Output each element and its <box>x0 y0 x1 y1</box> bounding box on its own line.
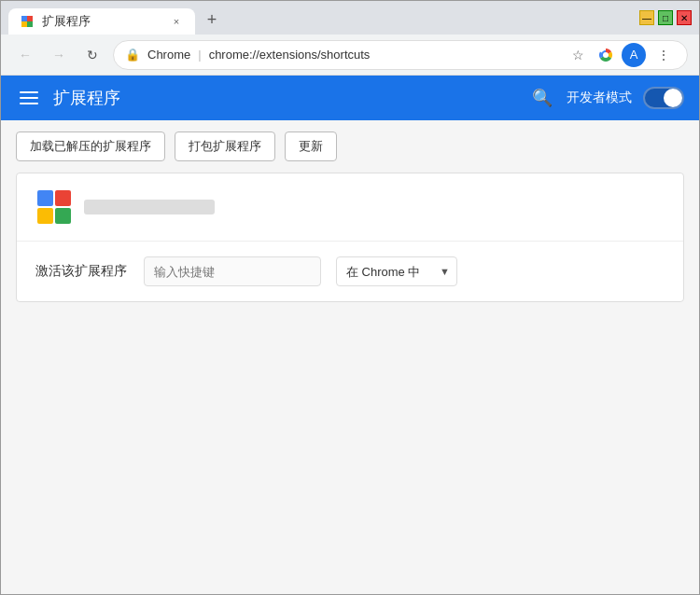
toolbar: 加载已解压的扩展程序 打包扩展程序 更新 <box>1 120 699 173</box>
address-bar: ← → ↻ 🔒 Chrome | chrome://extensions/sho… <box>1 35 699 76</box>
maximize-button[interactable]: □ <box>658 10 673 25</box>
scope-select-wrapper: 在 Chrome 中 全局 ▼ <box>336 256 457 286</box>
main-scroll-area: 激活该扩展程序 在 Chrome 中 全局 ▼ <box>1 173 699 594</box>
shortcut-input[interactable] <box>144 256 321 286</box>
url-separator: | <box>198 48 201 62</box>
extension-header: 扩展程序 🔍 开发者模式 <box>1 76 699 120</box>
new-tab-button[interactable]: + <box>199 7 225 33</box>
tabs-area: 扩展程序 × + <box>8 1 639 35</box>
svg-rect-1 <box>27 16 33 21</box>
active-tab[interactable]: 扩展程序 × <box>8 8 195 35</box>
hamburger-menu-button[interactable] <box>16 85 42 111</box>
chrome-app-icon[interactable] <box>595 45 616 65</box>
load-unpacked-button[interactable]: 加载已解压的扩展程序 <box>16 131 165 161</box>
svg-rect-2 <box>21 21 27 27</box>
svg-rect-9 <box>55 208 71 224</box>
reload-button[interactable]: ↻ <box>79 42 105 68</box>
url-chrome-label: Chrome <box>147 48 190 62</box>
hamburger-line-1 <box>20 91 38 93</box>
tab-close-button[interactable]: × <box>169 14 184 29</box>
toggle-knob <box>664 89 682 107</box>
page-title: 扩展程序 <box>53 87 518 109</box>
svg-rect-0 <box>21 16 27 21</box>
dev-mode-toggle[interactable] <box>643 87 684 109</box>
svg-rect-7 <box>55 190 71 206</box>
forward-button[interactable]: → <box>46 42 72 68</box>
svg-rect-6 <box>37 190 53 206</box>
svg-rect-8 <box>37 208 53 224</box>
close-button[interactable]: ✕ <box>677 10 692 25</box>
shortcut-label: 激活该扩展程序 <box>35 263 129 280</box>
tab-favicon-icon <box>20 14 35 29</box>
profile-button[interactable]: A <box>622 43 646 67</box>
dev-mode-label: 开发者模式 <box>567 90 632 106</box>
url-path: chrome://extensions/shortcuts <box>209 48 371 62</box>
menu-button[interactable]: ⋮ <box>651 43 676 67</box>
extension-icon <box>35 188 73 226</box>
title-bar: 扩展程序 × + — □ ✕ <box>1 1 699 35</box>
update-button[interactable]: 更新 <box>285 131 337 161</box>
extension-card-header <box>17 173 683 242</box>
url-bar[interactable]: 🔒 Chrome | chrome://extensions/shortcuts… <box>113 40 688 70</box>
svg-point-5 <box>603 52 609 58</box>
url-actions: ☆ A ⋮ <box>566 43 676 67</box>
scope-select[interactable]: 在 Chrome 中 全局 <box>336 256 457 286</box>
bookmark-icon[interactable]: ☆ <box>566 43 590 67</box>
tab-title: 扩展程序 <box>42 13 161 30</box>
search-button[interactable]: 🔍 <box>529 85 555 111</box>
content-area: 加载已解压的扩展程序 打包扩展程序 更新 激活该 <box>1 120 699 594</box>
pack-extension-button[interactable]: 打包扩展程序 <box>175 131 275 161</box>
extension-name-blurred <box>84 200 215 214</box>
window-controls: — □ ✕ <box>639 10 692 25</box>
extension-card: 激活该扩展程序 在 Chrome 中 全局 ▼ <box>16 173 684 302</box>
back-button[interactable]: ← <box>12 42 38 68</box>
svg-rect-3 <box>27 21 33 27</box>
hamburger-line-3 <box>20 103 38 104</box>
minimize-button[interactable]: — <box>639 10 654 25</box>
hamburger-line-2 <box>20 97 38 99</box>
secure-icon: 🔒 <box>125 48 140 62</box>
browser-window: 扩展程序 × + — □ ✕ ← → ↻ 🔒 Chrome | chrome:/… <box>0 0 700 595</box>
extension-card-body: 激活该扩展程序 在 Chrome 中 全局 ▼ <box>17 242 683 301</box>
